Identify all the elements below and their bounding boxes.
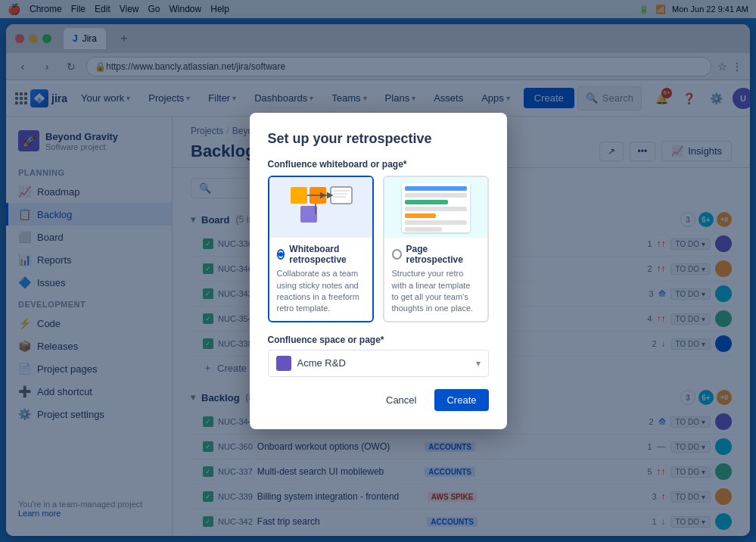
modal-overlay[interactable]: Set up your retrospective Confluence whi… <box>0 0 756 542</box>
whiteboard-graphic <box>287 183 355 232</box>
option2-desc: Structure your retro with a linear templ… <box>392 268 480 315</box>
option2-radio: Page retrospective <box>392 244 480 265</box>
create-button[interactable]: Create <box>434 389 488 411</box>
pp-line-2 <box>405 193 467 198</box>
space-dropdown[interactable]: Acme R&D ▾ <box>268 350 489 377</box>
pp-line-3 <box>405 200 448 204</box>
modal-dialog: Set up your retrospective Confluence whi… <box>250 113 507 429</box>
page-option[interactable]: Page retrospective Structure your retro … <box>383 176 489 322</box>
whiteboard-preview-image <box>269 177 372 238</box>
option2-name: Page retrospective <box>406 244 480 265</box>
dropdown-arrow-icon: ▾ <box>476 358 481 369</box>
pp-line-6 <box>405 220 467 225</box>
page-preview-image <box>384 177 487 238</box>
space-value: Acme R&D <box>297 357 346 369</box>
radio-selected-icon <box>277 249 285 260</box>
modal-field-label: Confluence whiteboard or page* <box>268 159 489 170</box>
modal-actions: Cancel Create <box>268 389 489 411</box>
radio-unselected-icon <box>392 249 402 260</box>
pp-line-7 <box>405 227 442 232</box>
option1-desc: Collaborate as a team using sticky notes… <box>277 268 365 315</box>
pp-line-5 <box>405 213 436 218</box>
space-icon <box>276 356 291 371</box>
svg-rect-2 <box>331 187 352 204</box>
option1-body: Whiteboard retrospective Collaborate as … <box>269 238 372 321</box>
pp-line-4 <box>405 207 467 211</box>
modal-options: Whiteboard retrospective Collaborate as … <box>268 176 489 322</box>
page-graphic <box>402 183 470 232</box>
whiteboard-option[interactable]: Whiteboard retrospective Collaborate as … <box>268 176 374 322</box>
whiteboard-arrows <box>287 183 355 232</box>
option2-body: Page retrospective Structure your retro … <box>384 238 487 321</box>
pp-line-1 <box>405 186 467 191</box>
modal-title: Set up your retrospective <box>268 131 489 147</box>
option1-radio: Whiteboard retrospective <box>277 244 365 265</box>
option1-name: Whiteboard retrospective <box>289 244 364 265</box>
cancel-button[interactable]: Cancel <box>374 389 428 411</box>
space-label: Confluence space or page* <box>268 335 489 345</box>
